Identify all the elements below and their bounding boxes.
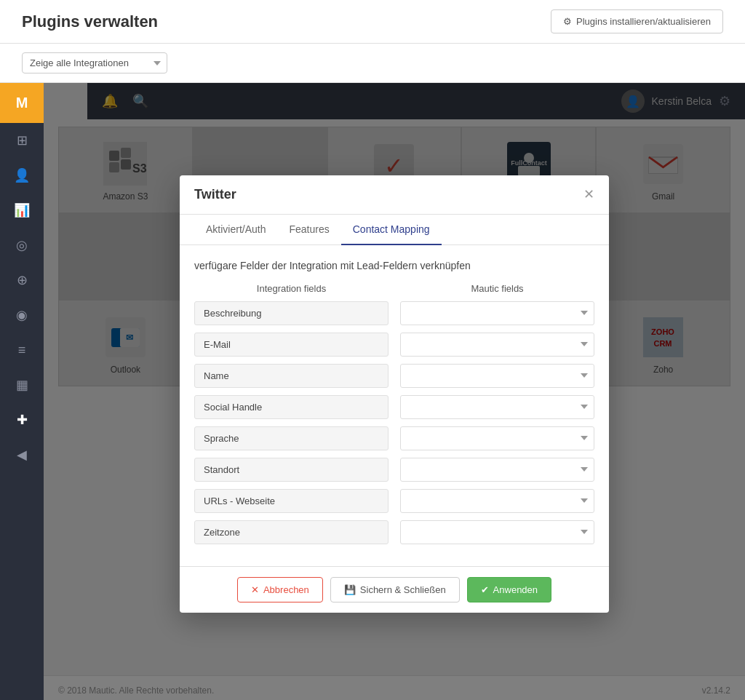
field-label-beschreibung: Beschreibung (194, 301, 389, 325)
field-label-zeitzone: Zeitzone (194, 520, 389, 544)
mapping-row-beschreibung: Beschreibung (194, 301, 594, 325)
mapping-row-email: E-Mail (194, 333, 594, 357)
field-label-standort: Standort (194, 458, 389, 482)
modal-body: verfügare Felder der Integration mit Lea… (180, 245, 609, 566)
field-label-name: Name (194, 364, 389, 388)
sidebar-item-calendar[interactable]: ▦ (0, 367, 44, 402)
top-bar: Plugins verwalten ⚙ Plugins installieren… (0, 0, 745, 44)
mautic-field-email[interactable] (400, 333, 594, 357)
field-label-urls: URLs - Webseite (194, 489, 389, 513)
install-icon: ⚙ (563, 16, 572, 27)
modal-tabs: Aktiviert/Auth Features Contact Mapping (180, 215, 609, 245)
install-button[interactable]: ⚙ Plugins installieren/aktualisieren (551, 9, 723, 33)
sidebar-item-channels[interactable]: ◉ (0, 298, 44, 333)
field-label-email: E-Mail (194, 333, 389, 357)
mautic-field-zeitzone[interactable] (400, 520, 594, 544)
mapping-description: verfügare Felder der Integration mit Lea… (194, 260, 594, 271)
sidebar-item-feed[interactable]: ≡ (0, 333, 44, 367)
tab-contact-mapping[interactable]: Contact Mapping (341, 215, 442, 245)
integration-filter[interactable]: Zeige alle Integrationen (22, 52, 167, 73)
content-area: 🔔 🔍 👤 Kerstin Belca ⚙ (44, 83, 745, 700)
mautic-field-beschreibung[interactable] (400, 301, 594, 325)
save-icon: 💾 (344, 584, 356, 595)
sidebar-item-reports[interactable]: 📊 (0, 193, 44, 228)
mautic-field-social-handle[interactable] (400, 395, 594, 419)
mautic-field-urls[interactable] (400, 489, 594, 513)
field-label-social-handle: Social Handle (194, 395, 389, 419)
integration-fields-header: Integration fields (194, 283, 389, 294)
modal-header: Twitter ✕ (180, 175, 609, 215)
filter-bar: Zeige alle Integrationen (0, 44, 745, 83)
apply-button[interactable]: ✔ Anwenden (467, 577, 551, 602)
mapping-row-urls: URLs - Webseite (194, 489, 594, 513)
sidebar-item-contacts[interactable]: 👤 (0, 158, 44, 193)
mapping-column-headers: Integration fields Mautic fields (194, 283, 594, 294)
mautic-field-name[interactable] (400, 364, 594, 388)
mapping-row-name: Name (194, 364, 594, 388)
sidebar-item-plugins[interactable]: ✚ (0, 402, 44, 437)
modal-title: Twitter (194, 187, 236, 202)
mapping-row-sprache: Sprache (194, 426, 594, 450)
apply-icon: ✔ (481, 584, 489, 595)
tab-auth[interactable]: Aktiviert/Auth (194, 215, 277, 245)
cancel-button[interactable]: ✕ Abbrechen (237, 577, 323, 602)
sidebar-item-collapse[interactable]: ◀ (0, 437, 44, 472)
page-title: Plugins verwalten (22, 12, 551, 31)
sidebar-item-components[interactable]: ⊕ (0, 263, 44, 298)
mapping-row-zeitzone: Zeitzone (194, 520, 594, 544)
mapping-row-social-handle: Social Handle (194, 395, 594, 419)
modal-footer: ✕ Abbrechen 💾 Sichern & Schließen ✔ Anwe… (180, 566, 609, 613)
sidebar-logo[interactable]: M (0, 83, 44, 123)
main-layout: M ⊞ 👤 📊 ◎ ⊕ ◉ ≡ ▦ ✚ ◀ 🔔 🔍 👤 Kerstin Belc… (0, 83, 745, 700)
sidebar: M ⊞ 👤 📊 ◎ ⊕ ◉ ≡ ▦ ✚ ◀ (0, 83, 44, 700)
sidebar-item-dashboard[interactable]: ⊞ (0, 123, 44, 158)
sidebar-item-campaigns[interactable]: ◎ (0, 228, 44, 263)
mautic-field-standort[interactable] (400, 458, 594, 482)
mapping-row-standort: Standort (194, 458, 594, 482)
twitter-modal: Twitter ✕ Aktiviert/Auth Features Contac… (180, 175, 609, 613)
modal-overlay: Twitter ✕ Aktiviert/Auth Features Contac… (44, 83, 745, 700)
tab-features[interactable]: Features (277, 215, 340, 245)
mautic-field-sprache[interactable] (400, 426, 594, 450)
cancel-icon: ✕ (251, 584, 259, 595)
modal-close-button[interactable]: ✕ (583, 188, 594, 201)
field-label-sprache: Sprache (194, 426, 389, 450)
save-button[interactable]: 💾 Sichern & Schließen (330, 577, 460, 602)
mautic-fields-header: Mautic fields (400, 283, 594, 294)
